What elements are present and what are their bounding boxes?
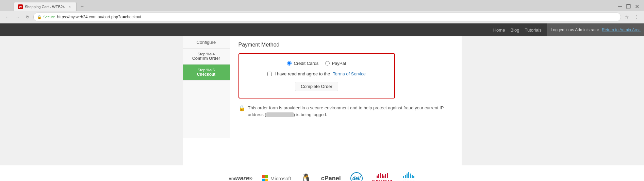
address-bar-row: ← → ↻ 🔒 Secure https://my.web24.com.au/c… xyxy=(0,11,644,23)
window-controls: ─ ❐ ✕ xyxy=(616,3,644,10)
tos-row: I have read and agree to the Terms of Se… xyxy=(246,71,387,76)
nav-blog-link[interactable]: Blog xyxy=(510,28,519,33)
main-content: Configure Step %s 4 Confirm Order Step %… xyxy=(0,36,644,165)
nav-links: Home Blog Tutorials xyxy=(493,28,547,33)
step4-num: Step %s 4 xyxy=(187,52,226,56)
cisco-bars-icon xyxy=(403,172,414,178)
back-button[interactable]: ← xyxy=(3,13,12,21)
secure-notice: 🔒 This order form is provided in a secur… xyxy=(238,105,449,118)
secure-lock-icon: 🔒 xyxy=(37,15,42,19)
paypal-option[interactable]: PayPal xyxy=(325,61,346,66)
logged-in-text: Logged in as Administrator xyxy=(551,28,599,32)
complete-order-button[interactable]: Complete Order xyxy=(295,82,338,91)
microsoft-logo: Microsoft xyxy=(262,175,291,181)
payment-section-title: Payment Method xyxy=(238,42,453,48)
new-tab-button[interactable]: + xyxy=(78,2,86,11)
address-bar[interactable]: 🔒 Secure https://my.web24.com.au/cart.ph… xyxy=(33,13,621,21)
forward-button[interactable]: → xyxy=(13,13,22,21)
microsoft-text: Microsoft xyxy=(270,176,291,181)
tab-bar: W Shopping Cart - WEB24 × + ─ ❐ ✕ xyxy=(0,0,644,11)
restore-button[interactable]: ❐ xyxy=(624,3,633,10)
bookmark-button[interactable]: ☆ xyxy=(622,13,631,21)
cisco-text: cisco xyxy=(402,179,415,181)
url-text: https://my.web24.com.au/cart.php?a=check… xyxy=(57,15,142,19)
tos-link[interactable]: Terms of Service xyxy=(333,71,366,76)
lock-icon: 🔒 xyxy=(238,105,245,111)
configure-label: Configure xyxy=(197,40,216,45)
browser-menu-button[interactable]: ⋮ xyxy=(632,13,641,21)
steps-sidebar: Configure Step %s 4 Confirm Order Step %… xyxy=(183,36,230,138)
credit-cards-label: Credit Cards xyxy=(294,61,318,66)
dell-logo: dell xyxy=(350,172,363,181)
credit-cards-radio[interactable] xyxy=(287,61,292,66)
tab-close-button[interactable]: × xyxy=(67,4,72,10)
payment-method-box: Credit Cards PayPal I have read and agre… xyxy=(238,53,395,98)
tos-checkbox[interactable] xyxy=(267,72,272,76)
equinix-text: EQUINIX xyxy=(372,179,393,181)
step4-item[interactable]: Step %s 4 Confirm Order xyxy=(183,49,230,65)
step5-label: Checkout xyxy=(197,72,216,77)
tab-title: Shopping Cart - WEB24 xyxy=(25,5,65,9)
nav-home-link[interactable]: Home xyxy=(493,28,505,33)
ip-address-blur xyxy=(266,112,294,117)
minimize-button[interactable]: ─ xyxy=(616,3,624,10)
close-window-button[interactable]: ✕ xyxy=(633,3,641,10)
active-tab[interactable]: W Shopping Cart - WEB24 × xyxy=(14,2,77,11)
vmware-logo: vmware® xyxy=(229,175,252,181)
secure-notice-text: This order form is provided in a secure … xyxy=(248,105,449,118)
step5-item[interactable]: Step %s 5 Checkout xyxy=(183,65,230,80)
paypal-label: PayPal xyxy=(332,61,346,66)
configure-step[interactable]: Configure xyxy=(183,36,230,49)
microsoft-grid-icon xyxy=(262,175,268,181)
checkout-content: Payment Method Credit Cards PayPal xyxy=(230,36,462,138)
footer-logos: vmware® Microsoft 🐧 cPanel dell EQUIN xyxy=(0,165,644,181)
cpanel-logo: cPanel xyxy=(321,175,341,181)
admin-badge: Logged in as Administrator Return to Adm… xyxy=(547,23,644,36)
equinix-logo: EQUINIX xyxy=(372,173,393,181)
equinix-bars-icon xyxy=(377,173,388,178)
step4-label: Confirm Order xyxy=(192,56,220,61)
nav-tutorials-link[interactable]: Tutorials xyxy=(525,28,541,33)
step5-num: Step %s 5 xyxy=(187,68,226,72)
tab-favicon: W xyxy=(18,4,23,9)
cisco-logo: cisco xyxy=(402,172,415,181)
checkout-layout: Configure Step %s 4 Confirm Order Step %… xyxy=(183,36,462,138)
payment-methods-row: Credit Cards PayPal xyxy=(246,61,387,66)
refresh-button[interactable]: ↻ xyxy=(23,13,32,21)
top-navigation: Home Blog Tutorials Logged in as Adminis… xyxy=(0,23,644,36)
credit-cards-option[interactable]: Credit Cards xyxy=(287,61,318,66)
paypal-radio[interactable] xyxy=(325,61,330,66)
linux-logo: 🐧 xyxy=(301,173,312,181)
secure-label: Secure xyxy=(43,15,55,19)
tos-pre-text: I have read and agree to the xyxy=(275,71,330,76)
return-admin-link[interactable]: Return to Admin Area xyxy=(599,28,641,32)
browser-chrome: W Shopping Cart - WEB24 × + ─ ❐ ✕ ← → ↻ … xyxy=(0,0,644,23)
checkout-container: Configure Step %s 4 Confirm Order Step %… xyxy=(183,36,462,165)
